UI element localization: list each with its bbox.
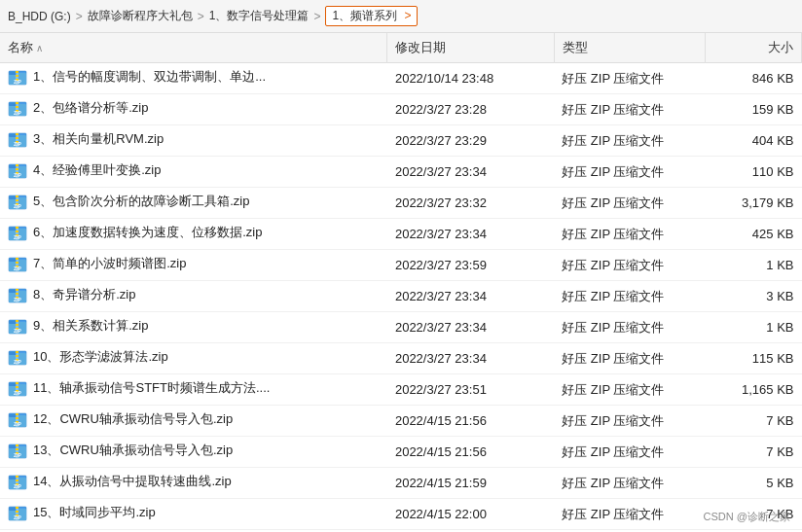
file-type-cell: 好压 ZIP 压缩文件 xyxy=(554,157,705,188)
svg-rect-2 xyxy=(9,72,17,75)
table-row[interactable]: ZIP 12、CWRU轴承振动信号导入包.zip2022/4/15 21:56好… xyxy=(0,406,802,437)
file-size-cell: 159 KB xyxy=(705,94,802,125)
file-type-cell: 好压 ZIP 压缩文件 xyxy=(554,250,705,281)
svg-rect-21 xyxy=(16,137,18,139)
file-size-cell: 404 KB xyxy=(705,125,802,157)
file-name-cell: ZIP 14、从振动信号中提取转速曲线.zip xyxy=(0,468,387,499)
file-name-text: 9、相关系数计算.zip xyxy=(33,317,148,335)
column-header-date[interactable]: 修改日期 xyxy=(387,33,554,63)
file-type-cell: 好压 ZIP 压缩文件 xyxy=(554,343,705,374)
file-date-cell: 2022/4/15 21:56 xyxy=(387,406,554,437)
zip-file-icon: ZIP xyxy=(8,254,27,273)
table-row[interactable]: ZIP 3、相关向量机RVM.zip2022/3/27 23:29好压 ZIP … xyxy=(0,125,802,157)
file-type-cell: 好压 ZIP 压缩文件 xyxy=(554,125,705,157)
file-size-cell: 7 KB xyxy=(705,437,802,468)
column-header-name[interactable]: 名称 xyxy=(0,33,387,63)
svg-text:ZIP: ZIP xyxy=(14,390,21,396)
file-name-label: ZIP 8、奇异谱分析.zip xyxy=(8,285,135,304)
table-row[interactable]: ZIP 2、包络谱分析等.zip2022/3/27 23:28好压 ZIP 压缩… xyxy=(0,94,802,125)
file-name-text: 12、CWRU轴承振动信号导入包.zip xyxy=(33,410,233,428)
file-name-label: ZIP 11、轴承振动信号STFT时频谱生成方法.... xyxy=(8,378,270,398)
zip-file-icon: ZIP xyxy=(8,223,27,242)
svg-rect-20 xyxy=(16,133,18,135)
svg-rect-44 xyxy=(16,227,18,229)
svg-rect-26 xyxy=(9,165,17,168)
file-name-cell: ZIP 3、相关向量机RVM.zip xyxy=(0,125,387,157)
svg-rect-66 xyxy=(9,321,17,324)
breadcrumb-sep-1: > xyxy=(195,10,207,23)
svg-rect-106 xyxy=(9,477,17,479)
file-date-cell: 2022/4/15 21:59 xyxy=(387,468,554,499)
file-name-text: 8、奇异谱分析.zip xyxy=(33,286,135,303)
svg-rect-13 xyxy=(16,106,18,108)
zip-file-icon: ZIP xyxy=(8,441,27,460)
file-name-cell: ZIP 12、CWRU轴承振动信号导入包.zip xyxy=(0,406,387,437)
breadcrumb-sep-0: > xyxy=(73,10,86,23)
svg-rect-93 xyxy=(16,417,18,419)
file-name-label: ZIP 9、相关系数计算.zip xyxy=(8,316,148,336)
table-row[interactable]: ZIP 11、轴承振动信号STFT时频谱生成方法....2022/3/27 23… xyxy=(0,374,802,406)
table-row[interactable]: ZIP 15、时域同步平均.zip2022/4/15 22:00好压 ZIP 压… xyxy=(0,499,802,530)
svg-rect-58 xyxy=(9,290,17,293)
file-name-text: 10、形态学滤波算法.zip xyxy=(33,348,168,366)
zip-file-icon: ZIP xyxy=(8,285,27,304)
file-date-cell: 2022/4/15 22:00 xyxy=(387,499,554,530)
file-date-cell: 2022/3/27 23:32 xyxy=(387,188,554,219)
table-row[interactable]: ZIP 4、经验傅里叶变换.zip2022/3/27 23:34好压 ZIP 压… xyxy=(0,157,802,188)
column-header-type[interactable]: 类型 xyxy=(554,33,705,63)
zip-file-icon: ZIP xyxy=(8,129,27,149)
table-row[interactable]: ZIP 13、CWRU轴承振动信号导入包.zip2022/4/15 21:56好… xyxy=(0,437,802,468)
table-row[interactable]: ZIP 8、奇异谱分析.zip2022/3/27 23:34好压 ZIP 压缩文… xyxy=(0,281,802,312)
file-size-cell: 110 KB xyxy=(705,157,802,188)
file-size-cell: 7 KB xyxy=(705,406,802,437)
file-date-cell: 2022/3/27 23:28 xyxy=(387,94,554,125)
file-name-label: ZIP 1、信号的幅度调制、双边带调制、单边... xyxy=(8,67,266,87)
file-name-label: ZIP 14、从振动信号中提取转速曲线.zip xyxy=(8,472,232,491)
file-name-label: ZIP 3、相关向量机RVM.zip xyxy=(8,129,164,149)
file-name-label: ZIP 4、经验傅里叶变换.zip xyxy=(8,160,161,180)
table-row[interactable]: ZIP 5、包含阶次分析的故障诊断工具箱.zip2022/3/27 23:32好… xyxy=(0,188,802,219)
file-name-cell: ZIP 2、包络谱分析等.zip xyxy=(0,94,387,125)
breadcrumb-item-2[interactable]: 1、数字信号处理篇 xyxy=(209,8,310,24)
breadcrumb-bar: B_HDD (G:) > 故障诊断程序大礼包 > 1、数字信号处理篇 > 1、频… xyxy=(0,0,802,33)
breadcrumb-item-0[interactable]: B_HDD (G:) xyxy=(8,10,71,23)
svg-rect-37 xyxy=(16,199,18,201)
file-table-container: 名称 修改日期 类型 大小 ZIP 1、信号的幅度调制、双边带调制、单边...2… xyxy=(0,33,802,532)
file-type-cell: 好压 ZIP 压缩文件 xyxy=(554,312,705,343)
svg-rect-60 xyxy=(16,289,18,291)
zip-file-icon: ZIP xyxy=(8,503,27,522)
column-header-size[interactable]: 大小 xyxy=(705,33,802,63)
svg-text:ZIP: ZIP xyxy=(14,359,21,365)
file-type-cell: 好压 ZIP 压缩文件 xyxy=(554,499,705,530)
file-name-text: 3、相关向量机RVM.zip xyxy=(33,130,164,148)
breadcrumb-item-3[interactable]: 1、频谱系列 > xyxy=(325,6,418,26)
file-name-label: ZIP 7、简单的小波时频谱图.zip xyxy=(8,254,186,273)
file-name-text: 11、轴承振动信号STFT时频谱生成方法.... xyxy=(33,379,270,397)
file-explorer-window: B_HDD (G:) > 故障诊断程序大礼包 > 1、数字信号处理篇 > 1、频… xyxy=(0,0,802,532)
breadcrumb-sep-2: > xyxy=(310,10,323,23)
table-row[interactable]: ZIP 1、信号的幅度调制、双边带调制、单边...2022/10/14 23:4… xyxy=(0,63,802,94)
table-row[interactable]: ZIP 7、简单的小波时频谱图.zip2022/3/27 23:59好压 ZIP… xyxy=(0,250,802,281)
file-name-text: 6、加速度数据转换为速度、位移数据.zip xyxy=(33,224,262,241)
svg-rect-5 xyxy=(16,75,18,77)
file-name-label: ZIP 6、加速度数据转换为速度、位移数据.zip xyxy=(8,223,262,242)
table-row[interactable]: ZIP 6、加速度数据转换为速度、位移数据.zip2022/3/27 23:34… xyxy=(0,219,802,250)
table-row[interactable]: ZIP 9、相关系数计算.zip2022/3/27 23:34好压 ZIP 压缩… xyxy=(0,312,802,343)
svg-text:ZIP: ZIP xyxy=(14,266,21,271)
file-name-cell: ZIP 5、包含阶次分析的故障诊断工具箱.zip xyxy=(0,188,387,219)
table-row[interactable]: ZIP 10、形态学滤波算法.zip2022/3/27 23:34好压 ZIP … xyxy=(0,343,802,374)
svg-rect-28 xyxy=(16,164,18,166)
svg-text:ZIP: ZIP xyxy=(14,79,21,85)
file-type-cell: 好压 ZIP 压缩文件 xyxy=(554,188,705,219)
svg-rect-50 xyxy=(9,259,17,262)
zip-file-icon: ZIP xyxy=(8,409,27,429)
svg-rect-92 xyxy=(16,413,18,415)
svg-text:ZIP: ZIP xyxy=(14,297,21,302)
svg-rect-90 xyxy=(9,414,17,417)
file-name-label: ZIP 10、形态学滤波算法.zip xyxy=(8,347,168,367)
breadcrumb-item-1[interactable]: 故障诊断程序大礼包 xyxy=(88,8,193,24)
breadcrumb-dropdown-arrow: > xyxy=(404,9,411,22)
file-size-cell: 3,179 KB xyxy=(705,188,802,219)
file-type-cell: 好压 ZIP 压缩文件 xyxy=(554,63,705,94)
table-row[interactable]: ZIP 14、从振动信号中提取转速曲线.zip2022/4/15 21:59好压… xyxy=(0,468,802,499)
